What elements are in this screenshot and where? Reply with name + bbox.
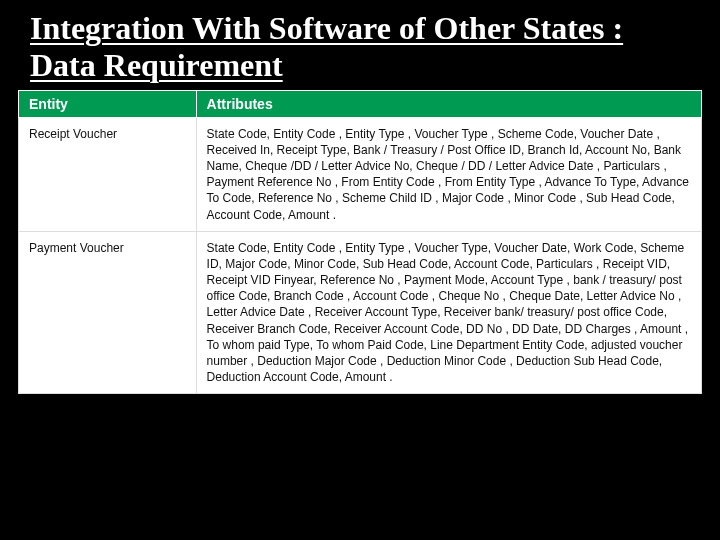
table-header-row: Entity Attributes [19, 90, 702, 117]
cell-attributes: State Code, Entity Code , Entity Type , … [196, 231, 701, 394]
table-row: Payment Voucher State Code, Entity Code … [19, 231, 702, 394]
col-header-entity: Entity [19, 90, 197, 117]
cell-entity: Receipt Voucher [19, 117, 197, 231]
cell-entity: Payment Voucher [19, 231, 197, 394]
col-header-attributes: Attributes [196, 90, 701, 117]
table-container: Entity Attributes Receipt Voucher State … [18, 90, 702, 395]
table-row: Receipt Voucher State Code, Entity Code … [19, 117, 702, 231]
data-requirement-table: Entity Attributes Receipt Voucher State … [18, 90, 702, 395]
title-area: Integration With Software of Other State… [0, 0, 720, 90]
page-title: Integration With Software of Other State… [30, 10, 690, 84]
cell-attributes: State Code, Entity Code , Entity Type , … [196, 117, 701, 231]
